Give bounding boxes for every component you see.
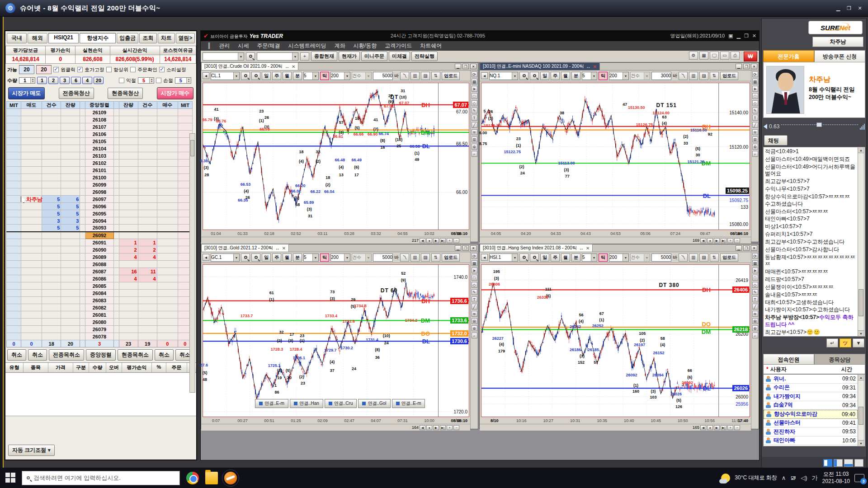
period-분[interactable]: 분 [293,253,302,262]
draw-tool-icon-4[interactable]: ◇ [472,282,477,288]
draw-tool-icon-0[interactable]: ⟳ [752,71,758,77]
sell-price-cell[interactable] [21,225,42,232]
buy-price-cell[interactable] [157,181,178,188]
buy-price-cell[interactable] [157,311,178,319]
sell-qty-cell[interactable] [61,131,80,138]
buy-count-cell[interactable] [138,160,157,167]
price-cell[interactable]: 26092 [85,232,113,239]
mit-sell-cell[interactable] [7,253,21,261]
sell-count-cell[interactable] [42,282,61,290]
order-panel-tab-3[interactable]: 항생지수 [80,33,116,43]
cancel-button-0[interactable]: 취소 [7,349,26,361]
draw-tool-icon-7[interactable]: ╱ [472,122,477,128]
draw-tool-icon-3[interactable]: □ [472,275,477,281]
chart-min-button[interactable]: ▁ [736,64,742,69]
orderbook-row[interactable]: 26079 [7,326,193,333]
chart-back-icon[interactable]: ◂ [203,72,209,79]
sell-count-cell[interactable] [42,145,61,152]
orderbook-row[interactable]: 26101 [7,167,193,174]
orderbook-row[interactable]: 26107 [7,123,193,131]
buy-price-cell[interactable] [157,203,178,210]
order-panel-tab-6[interactable]: 차트 [158,33,175,43]
mit-sell-cell[interactable] [7,333,21,340]
layout-bottom-icon[interactable] [844,459,853,467]
period-일[interactable]: 일 [262,253,271,262]
sell-price-cell[interactable] [21,109,42,116]
sell-count-cell[interactable] [42,152,61,160]
user-row[interactable]: 태인아빠10:06 [764,436,858,446]
bars-input[interactable]: 5000 [651,253,671,262]
sell-price-cell[interactable] [21,232,42,239]
sell-count-cell[interactable] [42,275,61,282]
sell-price-cell[interactable] [21,333,42,340]
orderbook-row[interactable]: 260871611 [7,268,193,275]
price-cell[interactable]: 26107 [85,123,113,131]
count-combo[interactable]: 건수▼ [352,72,372,80]
buy-price-cell[interactable] [157,138,178,145]
draw-tool-icon-11[interactable]: ⌕ [752,151,758,157]
price-cell[interactable]: 26090 [85,246,113,253]
sell-price-cell[interactable] [21,246,42,253]
buy-price-cell[interactable] [157,232,178,239]
draw-tool-icon-4[interactable]: ◇ [472,100,477,106]
buy-price-cell[interactable] [157,188,178,196]
menu-고객가이드[interactable]: 고객가이드 [385,42,412,50]
sell-count-cell[interactable] [42,116,61,123]
sell-count-cell[interactable] [42,167,61,174]
draw-tool-icon-2[interactable]: ➤ [472,86,477,92]
scroll-btn-2[interactable]: ▶ [714,238,720,243]
window-button-3[interactable]: 연결..Gol [358,399,390,408]
chart-type-icon-0[interactable]: 〽 [400,72,409,80]
volume-slider[interactable] [781,124,858,129]
sell-count-cell[interactable]: 5 [42,225,61,232]
mit-sell-cell[interactable] [7,109,21,116]
chart-back-icon[interactable]: ◂ [203,254,209,261]
draw-tool-icon-11[interactable]: ⌕ [752,333,758,338]
chart-plot[interactable]: 26419262002600025956264062621826026DHDOD… [481,264,750,417]
settings-icon[interactable]: ⚙ [689,52,698,60]
orderbook-row[interactable]: 26100 [7,174,193,181]
buy-price-cell[interactable] [157,253,178,261]
price-cell[interactable]: 26095 [85,210,113,217]
chart-tab[interactable]: [3010] 연결..E-mini NASDAQ 100 2021.09 - 2… [480,62,600,70]
volume-icon[interactable]: ◁) [801,474,807,481]
autosize-button[interactable]: 자동 크기조절 ▾ [8,445,55,456]
mit-sell-cell[interactable] [7,167,21,174]
sell-qty-cell[interactable] [61,268,80,275]
sell-count-cell[interactable]: 5 [42,203,61,210]
file-explorer-icon[interactable] [205,472,218,484]
buy-count-cell[interactable] [138,217,157,225]
orderbook-row[interactable]: 26104 [7,145,193,152]
chart-scrollbar[interactable]: 165◀●▶▶|+− [480,424,751,431]
buy-count-cell[interactable] [138,181,157,188]
sell-price-cell[interactable] [21,152,42,160]
profit-checkbox[interactable] [119,78,124,83]
user-row[interactable]: 전진하자09:53 [764,427,858,436]
sell-count-cell[interactable] [42,181,61,188]
qty-preset-3[interactable]: 3 [60,77,70,84]
loss-stepper[interactable]: 5▲▼ [175,77,191,84]
draw-tool-icon-0[interactable]: ⟳ [472,71,477,77]
buy-qty-cell[interactable] [119,152,138,160]
window-button-1[interactable]: 연결..Han [290,399,323,408]
orderbook-row[interactable]: 5526095 [7,210,193,217]
buy-count-cell[interactable] [138,188,157,196]
buy-qty-cell[interactable] [119,225,138,232]
sell-qty-cell[interactable] [61,167,80,174]
orderbook-row[interactable]: 26103 [7,152,193,160]
orderbook-scrollbar[interactable] [189,133,195,393]
buy-price-cell[interactable] [157,326,178,333]
sell-price-cell[interactable] [21,167,42,174]
buy-price-cell[interactable] [157,239,178,246]
chart-tab[interactable]: [3010] 연결..Hang Seng Index 2021.08 - 200… [480,244,593,252]
orderbook-row[interactable]: 26099 [7,181,193,188]
buy-count-cell[interactable] [138,225,157,232]
profit-stepper[interactable]: 5▲▼ [138,77,154,84]
scroll-btn-1[interactable]: ● [426,425,432,430]
chart-restore-button[interactable]: ❐ [462,245,469,251]
scroll-btn-1[interactable]: ● [707,238,713,243]
chart-scrollbar[interactable]: 169◀●▶▶|+− [480,237,751,244]
buy-count-cell[interactable] [138,261,157,268]
sell-price-cell[interactable] [21,210,42,217]
mit-buy-cell[interactable] [178,109,192,116]
